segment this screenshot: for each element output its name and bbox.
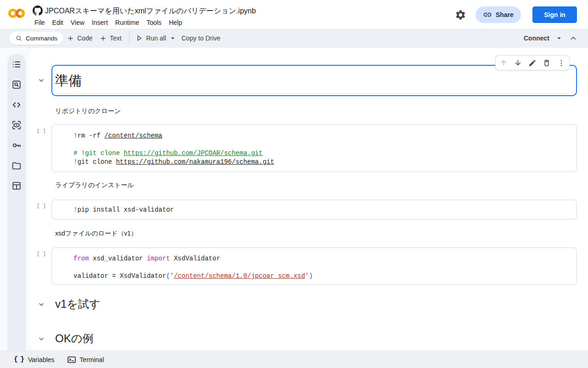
connect-label: Connect <box>524 34 549 42</box>
data-table-icon[interactable] <box>7 177 26 195</box>
markdown-cell[interactable]: ライブラリのインストール <box>55 180 134 190</box>
move-cell-up-button[interactable] <box>497 57 510 69</box>
menu-tools[interactable]: Tools <box>147 18 162 27</box>
collapse-section-icon[interactable] <box>37 335 45 343</box>
run-all-dropdown[interactable] <box>168 32 177 45</box>
section-heading-1: 準備 <box>55 73 82 88</box>
play-icon <box>135 34 143 42</box>
terminal-label: Terminal <box>79 356 104 363</box>
variables-label: Variables <box>28 356 54 363</box>
key-icon[interactable] <box>7 136 26 155</box>
copy-to-drive-label: Copy to Drive <box>181 34 220 42</box>
find-in-document-icon[interactable] <box>7 75 26 94</box>
execution-indicator[interactable]: [ ] <box>37 128 46 134</box>
connect-dropdown[interactable] <box>554 32 564 45</box>
plus-icon <box>99 34 107 42</box>
add-code-label: Code <box>77 34 92 42</box>
execution-indicator[interactable]: [ ] <box>37 203 46 209</box>
menu-help[interactable]: Help <box>169 18 182 27</box>
variables-button[interactable]: { } Variables <box>14 356 54 363</box>
sign-in-button[interactable]: Sign in <box>532 6 577 23</box>
connect-button[interactable]: Connect <box>524 32 549 45</box>
colab-logo-icon[interactable] <box>7 7 26 19</box>
markdown-cell[interactable]: xsdファイルのロード（v1） <box>55 229 137 238</box>
move-cell-down-button[interactable] <box>512 57 525 69</box>
menu-edit[interactable]: Edit <box>52 18 63 27</box>
kebab-menu-icon <box>557 59 565 67</box>
edit-cell-button[interactable] <box>526 57 539 69</box>
github-icon[interactable] <box>33 6 43 16</box>
menu-file[interactable]: File <box>34 18 45 27</box>
collapse-section-icon[interactable] <box>37 300 45 309</box>
share-button[interactable]: Share <box>475 6 521 23</box>
notebook-title[interactable]: JPCOARスキーマを用いたxmlファイルのバリデーション.ipynb <box>45 6 256 17</box>
arrow-down-icon <box>514 58 522 67</box>
collapse-toolbar-button[interactable] <box>568 32 579 45</box>
content-area: 準備 リポジトリのクローン [ ] !rm -rf /content/schem… <box>0 48 588 351</box>
app-header: JPCOARスキーマを用いたxmlファイルのバリデーション.ipynb File… <box>0 0 588 29</box>
braces-icon: { } <box>14 356 25 363</box>
caret-down-icon <box>169 34 177 42</box>
share-label: Share <box>496 11 514 18</box>
status-bar: { } Variables Terminal <box>0 351 588 368</box>
link-icon <box>483 10 492 19</box>
folder-icon[interactable] <box>7 156 26 175</box>
trash-icon <box>543 59 551 67</box>
run-all-button[interactable]: Run all <box>135 32 166 45</box>
collapse-section-icon[interactable] <box>37 76 45 85</box>
table-of-contents-icon[interactable] <box>7 55 26 74</box>
search-icon <box>15 34 23 42</box>
execution-indicator[interactable]: [ ] <box>37 251 46 257</box>
settings-gear-icon[interactable] <box>454 8 467 21</box>
add-text-label: Text <box>110 34 122 42</box>
toolbar-divider <box>129 33 130 43</box>
code-cell[interactable]: !pip install xsd-validator <box>51 200 577 219</box>
scan-eye-icon[interactable] <box>7 116 26 134</box>
pencil-icon <box>528 59 537 67</box>
commands-label: Commands <box>26 35 57 42</box>
arrow-up-icon <box>499 58 508 67</box>
plus-icon <box>67 34 74 42</box>
chevron-up-icon <box>569 34 577 42</box>
run-all-label: Run all <box>146 34 166 42</box>
add-code-button[interactable]: Code <box>67 32 92 45</box>
caret-down-icon <box>555 34 563 42</box>
add-text-button[interactable]: Text <box>99 32 122 45</box>
code-cell[interactable]: !rm -rf /content/schema # !git clone htt… <box>51 124 577 172</box>
code-snippets-icon[interactable] <box>7 96 26 114</box>
menu-bar: File Edit View Insert Runtime Tools Help <box>34 18 182 27</box>
commands-search[interactable]: Commands <box>9 32 63 45</box>
section-heading-2[interactable]: v1を試す <box>55 296 100 312</box>
cell-toolbar <box>495 55 570 70</box>
left-sidebar <box>7 53 26 351</box>
menu-view[interactable]: View <box>71 18 85 27</box>
notebook-toolbar: Commands Code Text Run all Copy to Drive… <box>0 29 588 48</box>
notebook-surface: 準備 リポジトリのクローン [ ] !rm -rf /content/schem… <box>29 48 588 351</box>
terminal-button[interactable]: Terminal <box>67 355 104 364</box>
menu-insert[interactable]: Insert <box>92 18 108 27</box>
more-options-button[interactable] <box>555 57 568 69</box>
copy-to-drive-button[interactable]: Copy to Drive <box>181 32 220 45</box>
markdown-cell[interactable]: リポジトリのクローン <box>55 106 121 115</box>
code-cell[interactable]: from xsd_validator import XsdValidator v… <box>51 247 577 285</box>
menu-runtime[interactable]: Runtime <box>115 18 139 27</box>
delete-cell-button[interactable] <box>540 57 553 69</box>
section-heading-3[interactable]: OKの例 <box>55 331 93 346</box>
terminal-icon <box>67 355 76 364</box>
